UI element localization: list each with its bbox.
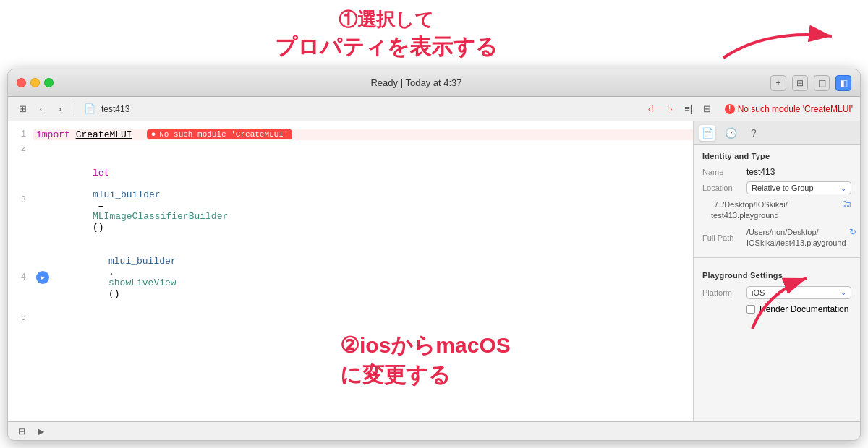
- kw-let: let: [93, 168, 109, 178]
- render-documentation-row: Render Documentation: [694, 301, 860, 317]
- name-value: test413: [746, 167, 851, 177]
- platform-row: Platform iOS ⌄: [694, 284, 860, 301]
- error-annotation: ● No such module 'CreateMLUI': [147, 129, 293, 139]
- platform-dropdown[interactable]: iOS ⌄: [746, 286, 851, 299]
- editor-mode-button[interactable]: ≡|: [681, 102, 696, 116]
- platform-label: Platform: [702, 288, 742, 297]
- func-MLImageClassifierBuilder: MLImageClassifierBuilder: [93, 211, 228, 222]
- location-dropdown[interactable]: Relative to Group ⌄: [746, 181, 851, 194]
- identity-section-title: Identity and Type: [694, 145, 860, 165]
- line-number-3: 3: [8, 195, 33, 205]
- line-number-1: 1: [8, 129, 33, 139]
- file-inspector-tab[interactable]: 📄: [699, 125, 715, 141]
- breadcrumb-file: test413: [101, 104, 129, 114]
- path-info-icon[interactable]: ↻: [849, 227, 856, 237]
- line-content-3: let mlui_builder = MLImageClassifierBuil…: [33, 157, 693, 244]
- minimize-button[interactable]: [30, 78, 40, 87]
- issue-nav-prev[interactable]: ‹!: [644, 102, 658, 116]
- location-dropdown-value: Relative to Group: [752, 184, 814, 192]
- error-message: No such module 'CreateMLUI': [738, 104, 853, 114]
- line-content-4: mlui_builder . showLiveView (): [49, 245, 693, 310]
- render-documentation-checkbox[interactable]: [746, 305, 755, 314]
- platform-dropdown-value: iOS: [752, 288, 765, 297]
- help-tab[interactable]: ?: [746, 125, 762, 141]
- run-button[interactable]: ▶: [36, 271, 49, 284]
- folder-icon[interactable]: 🗂: [841, 198, 851, 210]
- render-documentation-label: Render Documentation: [760, 304, 848, 314]
- location-label: Location: [702, 184, 742, 192]
- file-icon: 📄: [82, 102, 97, 116]
- left-sidebar-button[interactable]: ◫: [814, 75, 830, 91]
- error-dot: ●: [151, 130, 156, 139]
- code-line-3: 3 let mlui_builder = MLImageClassifierBu…: [8, 156, 693, 244]
- func-showLiveView: showLiveView: [109, 277, 176, 288]
- traffic-lights: [17, 78, 54, 87]
- location-dropdown-arrow: ⌄: [841, 184, 846, 192]
- add-button[interactable]: +: [770, 75, 786, 91]
- line-content-1: import CreateMLUI ● No such module 'Crea…: [33, 129, 693, 140]
- annotation-top-line2: プロパティを表示する: [275, 33, 498, 62]
- keyword-import: import: [36, 129, 70, 140]
- name-row: Name test413: [694, 165, 860, 179]
- history-tab[interactable]: 🕐: [723, 125, 739, 141]
- short-path: ../../Desktop/IOSkikai/test413.playgroun…: [702, 198, 837, 223]
- platform-dropdown-arrow: ⌄: [841, 288, 846, 296]
- full-path-label: Full Path: [702, 233, 742, 242]
- editor-layout-button[interactable]: ⊟: [792, 75, 808, 91]
- code-line-5: 5: [8, 311, 693, 325]
- arrow-top-svg: [709, 14, 854, 72]
- code-line-4: 4 ▶ mlui_builder . showLiveView (): [8, 244, 693, 311]
- module-name: CreateMLUI: [76, 129, 132, 140]
- toolbar-separator-1: [75, 103, 75, 115]
- window-title: Ready | Today at 4:37: [62, 77, 770, 88]
- forward-button[interactable]: ›: [53, 102, 67, 116]
- full-path-value: /Users/non/Desktop/IOSkikai/test413.play…: [746, 227, 846, 249]
- titlebar: Ready | Today at 4:37 + ⊟ ◫ ◧: [8, 69, 860, 97]
- bottom-bar: ⊟ ▶: [8, 421, 860, 440]
- issue-nav-next[interactable]: !›: [663, 102, 677, 116]
- maximize-button[interactable]: [44, 78, 54, 87]
- scheme-icon[interactable]: ⊞: [15, 102, 30, 116]
- close-button[interactable]: [17, 78, 26, 87]
- right-sidebar-button[interactable]: ◧: [835, 75, 851, 91]
- code-line-1: 1 import CreateMLUI ● No such module 'Cr…: [8, 127, 693, 142]
- bottom-icon-panel[interactable]: ⊟: [15, 425, 28, 438]
- back-button[interactable]: ‹: [34, 102, 48, 116]
- right-panel-tabs: 📄 🕐 ?: [694, 121, 860, 145]
- code-line-2: 2: [8, 142, 693, 156]
- line-number-2: 2: [8, 144, 33, 154]
- error-text: No such module 'CreateMLUI': [159, 130, 288, 139]
- titlebar-buttons: + ⊟ ◫ ◧: [770, 75, 851, 91]
- breadcrumb: test413: [101, 104, 129, 114]
- toolbar-right: ‹! !› ≡| ⊞ ! No such module 'CreateMLUI': [644, 102, 853, 116]
- xcode-window: Ready | Today at 4:37 + ⊟ ◫ ◧ ⊞ ‹ › 📄 te…: [7, 69, 861, 441]
- name-label: Name: [702, 168, 742, 176]
- code-editor[interactable]: 1 import CreateMLUI ● No such module 'Cr…: [8, 121, 694, 421]
- line-number-5: 5: [8, 313, 33, 323]
- panel-divider: [694, 257, 860, 258]
- error-icon: !: [725, 104, 735, 114]
- annotation-top-line1: ①選択して: [275, 7, 498, 33]
- var-mlui-builder-2: mlui_builder: [109, 256, 176, 267]
- annotation-top: ①選択して プロパティを表示する: [275, 7, 498, 62]
- playground-section-title: Playground Settings: [694, 264, 860, 284]
- add-editor-button[interactable]: ⊞: [700, 102, 715, 116]
- line-number-4: 4: [8, 272, 33, 283]
- location-row: Location Relative to Group ⌄: [694, 179, 860, 197]
- var-mlui-builder: mlui_builder: [93, 189, 161, 200]
- main-content: 1 import CreateMLUI ● No such module 'Cr…: [8, 121, 860, 421]
- full-path-row: Full Path /Users/non/Desktop/IOSkikai/te…: [694, 225, 860, 251]
- right-panel: 📄 🕐 ? Identity and Type Name test413 Loc…: [694, 121, 860, 421]
- toolbar: ⊞ ‹ › 📄 test413 ‹! !› ≡| ⊞ ! No such mod…: [8, 97, 860, 121]
- bottom-run-button[interactable]: ▶: [34, 425, 47, 438]
